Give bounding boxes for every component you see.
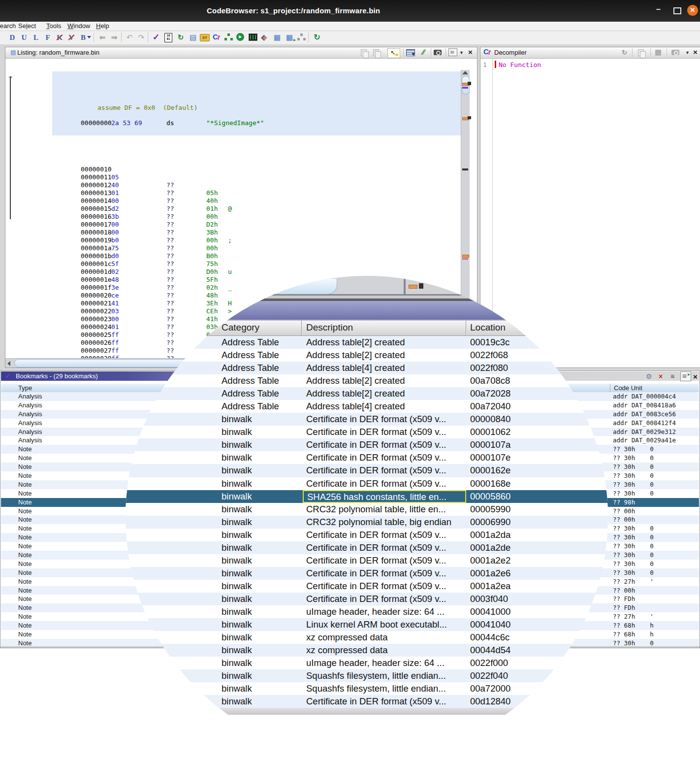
symbol-tree-icon[interactable] [297,33,306,40]
snapshot-camera-icon[interactable] [671,50,679,55]
table-row[interactable]: binwalk Squashfs filesystem, little endi… [126,669,608,682]
copy-icon[interactable] [361,49,367,56]
hex-row[interactable]: 0000001c 02 ?? 02h [81,252,327,260]
table-row[interactable]: Address Table Address table[2] created 0… [126,349,608,362]
export-icon[interactable] [655,50,661,56]
table-icon[interactable]: ▦ [272,33,283,42]
format-letter-button[interactable]: L [31,33,41,42]
menu-item[interactable]: Tools [46,22,61,30]
minimize-button[interactable]: – [656,5,661,14]
close-icon[interactable]: × [693,372,698,381]
diff-view-icon[interactable]: ∕∕ [418,47,429,57]
hex-row[interactable]: 0000001b 5f ?? 5Fh _ [81,244,327,252]
data-type-manager-icon[interactable]: DT [200,34,210,41]
table-row[interactable]: binwalk Certificate in DER format (x509 … [126,529,608,541]
hex-row[interactable]: 00000010 05 ?? 05h [81,158,327,166]
hex-row[interactable]: 00000013 00 ?? 00h [81,181,327,189]
hex-row[interactable]: 00000019 75 ?? 75h u [81,229,327,236]
format-letter-button[interactable]: V [66,33,77,42]
window-options-icon[interactable]: ▤ [448,48,457,56]
table-row[interactable]: binwalk CRC32 polynomial table, big endi… [126,516,608,529]
run-icon[interactable]: ▶ [236,33,244,41]
format-letter-button[interactable]: U [19,33,30,42]
listing-panel-header[interactable]: ▤ Listing: random_firmware.bin ↖ ▼ ∕∕ ▤ … [5,47,477,59]
table-row[interactable]: binwalk uImage header, header size: 64 .… [126,605,608,618]
table-row[interactable]: binwalk Certificate in DER format (x509 … [126,541,608,554]
memory-map-icon[interactable] [249,33,257,41]
check-icon[interactable]: ✓ [151,33,161,42]
menu-item[interactable]: Search [0,22,16,30]
close-icon[interactable]: × [468,48,473,56]
hex-row[interactable]: 0000001a d0 ?? D0h [81,236,327,244]
table-row[interactable]: binwalk CRC32 polynomial table, little e… [126,503,608,516]
table-row[interactable]: binwalk Linux kernel ARM boot executabl.… [126,618,608,631]
table-row[interactable]: binwalk Certificate in DER format (x509 … [126,413,608,426]
table-row[interactable]: binwalk Certificate in DER format (x509 … [126,426,608,438]
hex-row[interactable]: 00000011 40 ?? 40h @ [81,166,327,173]
format-letter-button[interactable]: K [54,33,65,42]
copy-icon[interactable] [638,49,644,56]
decompiler-panel-header[interactable]: Cf Decompiler ↻ ▼ × [480,47,700,59]
hex-row[interactable]: 00000012 01 ?? 01h [81,173,327,181]
table-row[interactable]: Address Table Address table[2] created 0… [126,387,608,400]
hex-row[interactable]: 00000014 d2 ?? D2h [81,189,327,197]
import-icon[interactable]: ↻ [175,33,186,42]
table-row[interactable]: binwalk Certificate in DER format (x509 … [126,695,608,708]
nav-back-icon[interactable]: ⇐ [97,33,108,42]
hex-row[interactable]: 0000001e 3e ?? 3Eh > [81,268,327,276]
table-row[interactable]: binwalk xz compressed data 00044c6c [126,631,608,644]
table-row[interactable]: Address Table Address table[4] created 0… [126,362,608,374]
menu-item[interactable]: Select [18,22,36,30]
scroll-up-arrow-icon[interactable] [462,71,468,74]
hex-row[interactable]: 0000001f ce ?? CEh [81,276,327,284]
listing-icon[interactable]: ▤ [188,33,198,42]
column-header-type[interactable]: Type [18,384,32,392]
table-row[interactable]: Address Table Address table[2] created 0… [126,374,608,387]
hex-row[interactable]: 00000016 00 ?? 00h [81,205,327,213]
hex-row[interactable]: 00000018 b0 ?? B0h [81,221,327,229]
table-row[interactable]: binwalk Certificate in DER format (x509 … [126,554,608,567]
table-row[interactable]: binwalk Certificate in DER format (x509 … [126,464,608,477]
table-row[interactable]: binwalk Squashfs filesystem, little endi… [126,682,608,695]
menu-item[interactable]: Window [67,22,90,30]
menu-item[interactable]: Help [96,22,109,30]
paste-icon[interactable] [373,49,379,56]
head-row[interactable]: 000000002a 53 69ds"*SignedImage*" [81,112,104,134]
scroll-left-arrow-icon[interactable] [7,361,10,366]
redo-icon[interactable]: ↷ [136,33,147,42]
column-divider[interactable] [610,384,610,392]
table-row[interactable]: binwalk Certificate in DER format (x509 … [126,580,608,593]
table-row[interactable]: binwalk Certificate in DER format (x509 … [126,438,608,451]
cursor-location-toggle[interactable]: ↖ [387,48,400,58]
function-graph-icon[interactable] [224,33,233,40]
hex-row[interactable]: 00000017 00 ?? 00h [81,213,327,221]
hex-row[interactable]: 0000001d 48 ?? 48h H [81,260,327,268]
delete-icon[interactable]: × [659,372,663,380]
hex-doc-icon[interactable]: 1001 [164,33,172,42]
table-row[interactable]: binwalk Certificate in DER format (x509 … [126,451,608,464]
hex-row[interactable]: 00000015 3b ?? 3Bh ; [81,197,327,205]
chevron-down-icon[interactable]: ▼ [459,50,464,55]
column-header-code-unit[interactable]: Code Unit [614,384,642,392]
table-row[interactable]: binwalk xz compressed data 00044d54 [126,644,608,657]
nav-forward-icon[interactable]: ⇒ [109,33,120,42]
decompiler-icon[interactable]: Cf [212,33,223,42]
close-button[interactable]: ✕ [687,5,698,16]
diamond-icon[interactable]: ◆◆ [260,33,270,42]
chevron-down-icon[interactable] [87,36,91,38]
refresh-icon[interactable]: ↻ [622,49,627,56]
chevron-down-icon[interactable]: ▼ [685,50,690,55]
snapshot-camera-icon[interactable] [434,50,442,55]
filter-list-icon[interactable]: ≡ [670,372,674,380]
table-row[interactable]: binwalk Certificate in DER format (x509 … [126,477,608,490]
refresh-icon[interactable]: ↻ [312,33,322,42]
undo-icon[interactable]: ↶ [124,33,135,42]
table-row[interactable]: Address Table Address table[4] created 0… [126,400,608,413]
maximize-button[interactable] [673,7,681,14]
gear-icon[interactable]: ⚙ [646,372,652,380]
table-go-icon[interactable]: ▦▸ [284,33,295,42]
table-row[interactable]: binwalk Certificate in DER format (x509 … [126,593,608,605]
table-row[interactable]: binwalk SHA256 hash constants, little en… [126,490,608,503]
goto-bookmark-icon[interactable]: ▤▸ [680,371,691,381]
format-letter-button[interactable]: F [42,33,53,42]
